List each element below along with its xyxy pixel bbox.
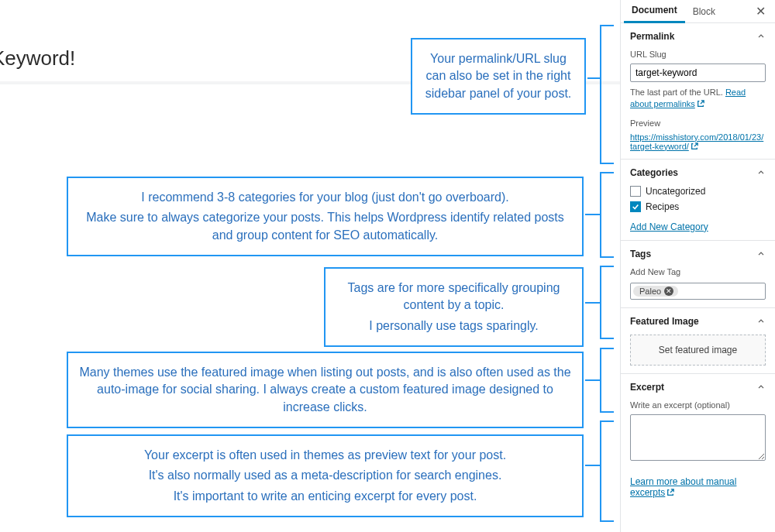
excerpt-textarea[interactable] bbox=[630, 414, 766, 461]
preview-label: Preview bbox=[630, 118, 766, 128]
category-uncategorized[interactable]: Uncategorized bbox=[630, 186, 766, 197]
chevron-up-icon bbox=[756, 383, 766, 392]
panel-tags: Tags Add New Tag Paleo ✕ bbox=[621, 241, 775, 308]
external-link-icon bbox=[666, 488, 674, 496]
panel-excerpt-title: Excerpt bbox=[630, 382, 664, 393]
connector-categories bbox=[585, 214, 600, 215]
panel-categories: Categories Uncategorized Recipes Add New… bbox=[621, 160, 775, 241]
remove-tag-button[interactable]: ✕ bbox=[664, 287, 673, 296]
url-slug-input[interactable] bbox=[630, 63, 766, 82]
connector-featured bbox=[585, 379, 600, 381]
set-featured-image-button[interactable]: Set featured image bbox=[630, 335, 766, 366]
panel-featured-image: Featured Image Set featured image bbox=[621, 308, 775, 374]
tab-document[interactable]: Document bbox=[624, 0, 685, 23]
tag-pill-paleo: Paleo ✕ bbox=[633, 286, 678, 297]
checkbox-unchecked-icon bbox=[630, 186, 641, 197]
panel-permalink-title: Permalink bbox=[630, 31, 674, 42]
panel-categories-title: Categories bbox=[630, 167, 678, 178]
panel-excerpt: Excerpt Write an excerpt (optional) bbox=[621, 374, 775, 469]
permalink-preview: https://misshistory.com/2018/01/23/targe… bbox=[630, 132, 766, 151]
bracket-tags bbox=[600, 266, 609, 339]
annotation-excerpt: Your excerpt is often used in themes as … bbox=[67, 434, 584, 517]
url-slug-label: URL Slug bbox=[630, 50, 766, 59]
tag-input[interactable]: Paleo ✕ bbox=[630, 283, 766, 300]
settings-sidebar: Document Block ✕ Permalink URL Slug The … bbox=[620, 0, 775, 532]
external-link-icon bbox=[697, 99, 704, 107]
annotation-categories: I recommend 3-8 categories for your blog… bbox=[67, 177, 584, 256]
annotation-tags: Tags are for more specifically grouping … bbox=[324, 267, 584, 347]
close-sidebar-button[interactable]: ✕ bbox=[749, 4, 772, 19]
close-icon: ✕ bbox=[756, 5, 766, 18]
excerpt-learn-more: Learn more about manual excerpts bbox=[621, 469, 775, 506]
bracket-permalink bbox=[600, 25, 609, 164]
panel-tags-title: Tags bbox=[630, 249, 651, 259]
panel-categories-toggle[interactable]: Categories bbox=[630, 167, 766, 178]
chevron-up-icon bbox=[756, 317, 766, 326]
add-new-category-link[interactable]: Add New Category bbox=[630, 221, 708, 232]
bracket-featured bbox=[600, 348, 609, 413]
connector-excerpt bbox=[585, 465, 600, 466]
category-label: Recipes bbox=[646, 201, 679, 212]
permalink-preview-link[interactable]: https://misshistory.com/2018/01/23/targe… bbox=[630, 132, 763, 151]
panel-excerpt-toggle[interactable]: Excerpt bbox=[630, 382, 766, 393]
connector-permalink bbox=[587, 77, 600, 79]
post-body-placeholder[interactable]: delete it, then start writing! bbox=[0, 120, 620, 132]
bracket-categories bbox=[600, 172, 609, 258]
panel-tags-toggle[interactable]: Tags bbox=[630, 249, 766, 259]
tag-pill-label: Paleo bbox=[639, 287, 661, 296]
learn-more-excerpts-link[interactable]: Learn more about manual excerpts bbox=[630, 476, 736, 498]
panel-permalink: Permalink URL Slug The last part of the … bbox=[621, 23, 775, 160]
editor-canvas: ude Your Target Keyword! delete it, then… bbox=[0, 0, 620, 532]
panel-permalink-toggle[interactable]: Permalink bbox=[630, 31, 766, 42]
category-label: Uncategorized bbox=[646, 186, 705, 197]
external-link-icon bbox=[691, 142, 698, 150]
tab-block[interactable]: Block bbox=[685, 0, 723, 23]
chevron-up-icon bbox=[756, 32, 766, 41]
category-recipes[interactable]: Recipes bbox=[630, 201, 766, 212]
panel-featured-image-toggle[interactable]: Featured Image bbox=[630, 316, 766, 327]
connector-tags bbox=[585, 302, 600, 304]
excerpt-label: Write an excerpt (optional) bbox=[630, 400, 766, 410]
sidebar-tabs: Document Block ✕ bbox=[621, 0, 775, 23]
chevron-up-icon bbox=[756, 168, 766, 177]
chevron-up-icon bbox=[756, 249, 766, 259]
panel-featured-image-title: Featured Image bbox=[630, 316, 699, 327]
annotation-featured: Many themes use the featured image when … bbox=[67, 352, 584, 428]
add-new-tag-label: Add New Tag bbox=[630, 267, 766, 276]
checkbox-checked-icon bbox=[630, 201, 641, 212]
annotation-permalink: Your permalink/URL slug can also be set … bbox=[411, 38, 586, 115]
bracket-excerpt bbox=[600, 420, 609, 522]
permalink-help: The last part of the URL. Read about per… bbox=[630, 87, 766, 111]
